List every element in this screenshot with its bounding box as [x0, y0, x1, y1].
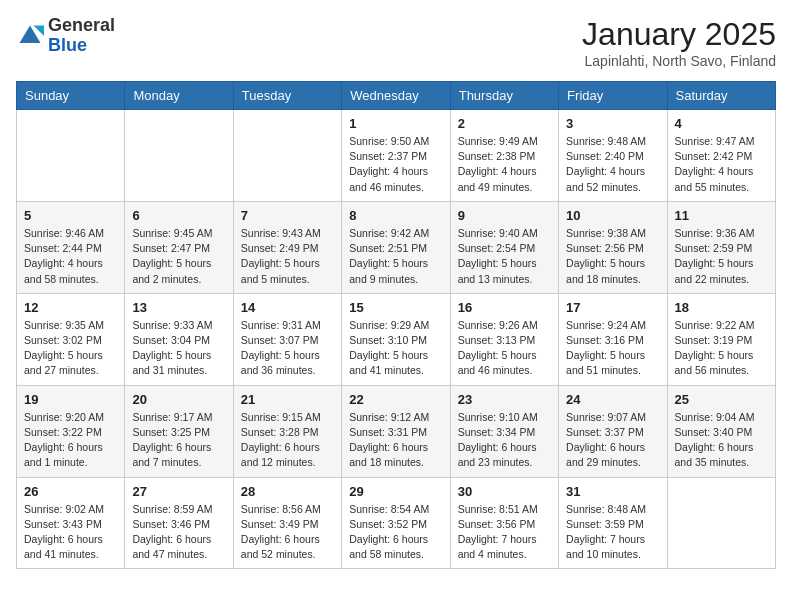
day-info: Sunrise: 9:47 AM Sunset: 2:42 PM Dayligh… — [675, 134, 768, 195]
calendar-cell: 15Sunrise: 9:29 AM Sunset: 3:10 PM Dayli… — [342, 293, 450, 385]
logo-icon — [16, 22, 44, 50]
day-info: Sunrise: 9:15 AM Sunset: 3:28 PM Dayligh… — [241, 410, 334, 471]
calendar-cell: 20Sunrise: 9:17 AM Sunset: 3:25 PM Dayli… — [125, 385, 233, 477]
day-number: 31 — [566, 484, 659, 499]
title-block: January 2025 Lapinlahti, North Savo, Fin… — [582, 16, 776, 69]
day-number: 22 — [349, 392, 442, 407]
day-info: Sunrise: 9:35 AM Sunset: 3:02 PM Dayligh… — [24, 318, 117, 379]
calendar-cell: 31Sunrise: 8:48 AM Sunset: 3:59 PM Dayli… — [559, 477, 667, 569]
calendar-cell: 8Sunrise: 9:42 AM Sunset: 2:51 PM Daylig… — [342, 201, 450, 293]
day-number: 2 — [458, 116, 551, 131]
day-number: 29 — [349, 484, 442, 499]
calendar-cell: 1Sunrise: 9:50 AM Sunset: 2:37 PM Daylig… — [342, 110, 450, 202]
calendar-cell: 14Sunrise: 9:31 AM Sunset: 3:07 PM Dayli… — [233, 293, 341, 385]
day-info: Sunrise: 9:40 AM Sunset: 2:54 PM Dayligh… — [458, 226, 551, 287]
calendar-cell — [17, 110, 125, 202]
day-info: Sunrise: 9:17 AM Sunset: 3:25 PM Dayligh… — [132, 410, 225, 471]
day-info: Sunrise: 9:48 AM Sunset: 2:40 PM Dayligh… — [566, 134, 659, 195]
weekday-header-cell: Wednesday — [342, 82, 450, 110]
day-info: Sunrise: 9:42 AM Sunset: 2:51 PM Dayligh… — [349, 226, 442, 287]
day-number: 20 — [132, 392, 225, 407]
day-info: Sunrise: 9:43 AM Sunset: 2:49 PM Dayligh… — [241, 226, 334, 287]
day-number: 28 — [241, 484, 334, 499]
day-number: 11 — [675, 208, 768, 223]
calendar-cell — [125, 110, 233, 202]
day-info: Sunrise: 9:02 AM Sunset: 3:43 PM Dayligh… — [24, 502, 117, 563]
weekday-header-cell: Friday — [559, 82, 667, 110]
day-info: Sunrise: 9:24 AM Sunset: 3:16 PM Dayligh… — [566, 318, 659, 379]
calendar-cell — [233, 110, 341, 202]
calendar-cell: 10Sunrise: 9:38 AM Sunset: 2:56 PM Dayli… — [559, 201, 667, 293]
calendar-cell: 4Sunrise: 9:47 AM Sunset: 2:42 PM Daylig… — [667, 110, 775, 202]
day-number: 7 — [241, 208, 334, 223]
day-number: 12 — [24, 300, 117, 315]
day-number: 24 — [566, 392, 659, 407]
day-number: 6 — [132, 208, 225, 223]
calendar-cell: 12Sunrise: 9:35 AM Sunset: 3:02 PM Dayli… — [17, 293, 125, 385]
calendar-body: 1Sunrise: 9:50 AM Sunset: 2:37 PM Daylig… — [17, 110, 776, 569]
calendar-cell: 26Sunrise: 9:02 AM Sunset: 3:43 PM Dayli… — [17, 477, 125, 569]
calendar-cell: 2Sunrise: 9:49 AM Sunset: 2:38 PM Daylig… — [450, 110, 558, 202]
day-number: 8 — [349, 208, 442, 223]
day-info: Sunrise: 9:45 AM Sunset: 2:47 PM Dayligh… — [132, 226, 225, 287]
calendar-cell: 5Sunrise: 9:46 AM Sunset: 2:44 PM Daylig… — [17, 201, 125, 293]
calendar-cell: 17Sunrise: 9:24 AM Sunset: 3:16 PM Dayli… — [559, 293, 667, 385]
calendar-cell: 11Sunrise: 9:36 AM Sunset: 2:59 PM Dayli… — [667, 201, 775, 293]
calendar-week-row: 12Sunrise: 9:35 AM Sunset: 3:02 PM Dayli… — [17, 293, 776, 385]
calendar-cell: 27Sunrise: 8:59 AM Sunset: 3:46 PM Dayli… — [125, 477, 233, 569]
calendar-cell: 18Sunrise: 9:22 AM Sunset: 3:19 PM Dayli… — [667, 293, 775, 385]
day-info: Sunrise: 9:46 AM Sunset: 2:44 PM Dayligh… — [24, 226, 117, 287]
calendar-cell: 21Sunrise: 9:15 AM Sunset: 3:28 PM Dayli… — [233, 385, 341, 477]
day-number: 16 — [458, 300, 551, 315]
calendar-cell: 22Sunrise: 9:12 AM Sunset: 3:31 PM Dayli… — [342, 385, 450, 477]
logo: General Blue — [16, 16, 115, 56]
day-number: 21 — [241, 392, 334, 407]
weekday-header-cell: Saturday — [667, 82, 775, 110]
calendar-cell: 7Sunrise: 9:43 AM Sunset: 2:49 PM Daylig… — [233, 201, 341, 293]
day-number: 23 — [458, 392, 551, 407]
day-number: 25 — [675, 392, 768, 407]
day-info: Sunrise: 9:04 AM Sunset: 3:40 PM Dayligh… — [675, 410, 768, 471]
day-info: Sunrise: 9:26 AM Sunset: 3:13 PM Dayligh… — [458, 318, 551, 379]
calendar-cell: 6Sunrise: 9:45 AM Sunset: 2:47 PM Daylig… — [125, 201, 233, 293]
day-number: 27 — [132, 484, 225, 499]
day-info: Sunrise: 9:31 AM Sunset: 3:07 PM Dayligh… — [241, 318, 334, 379]
day-info: Sunrise: 8:48 AM Sunset: 3:59 PM Dayligh… — [566, 502, 659, 563]
calendar-cell: 25Sunrise: 9:04 AM Sunset: 3:40 PM Dayli… — [667, 385, 775, 477]
month-title: January 2025 — [582, 16, 776, 53]
day-number: 14 — [241, 300, 334, 315]
calendar-cell: 23Sunrise: 9:10 AM Sunset: 3:34 PM Dayli… — [450, 385, 558, 477]
calendar-cell: 19Sunrise: 9:20 AM Sunset: 3:22 PM Dayli… — [17, 385, 125, 477]
weekday-header-cell: Thursday — [450, 82, 558, 110]
calendar-cell: 13Sunrise: 9:33 AM Sunset: 3:04 PM Dayli… — [125, 293, 233, 385]
calendar-cell: 30Sunrise: 8:51 AM Sunset: 3:56 PM Dayli… — [450, 477, 558, 569]
day-info: Sunrise: 9:36 AM Sunset: 2:59 PM Dayligh… — [675, 226, 768, 287]
weekday-header-cell: Sunday — [17, 82, 125, 110]
calendar-week-row: 26Sunrise: 9:02 AM Sunset: 3:43 PM Dayli… — [17, 477, 776, 569]
calendar-week-row: 19Sunrise: 9:20 AM Sunset: 3:22 PM Dayli… — [17, 385, 776, 477]
day-info: Sunrise: 9:49 AM Sunset: 2:38 PM Dayligh… — [458, 134, 551, 195]
calendar-cell: 16Sunrise: 9:26 AM Sunset: 3:13 PM Dayli… — [450, 293, 558, 385]
calendar-cell: 28Sunrise: 8:56 AM Sunset: 3:49 PM Dayli… — [233, 477, 341, 569]
day-info: Sunrise: 9:07 AM Sunset: 3:37 PM Dayligh… — [566, 410, 659, 471]
calendar-cell: 9Sunrise: 9:40 AM Sunset: 2:54 PM Daylig… — [450, 201, 558, 293]
day-info: Sunrise: 9:33 AM Sunset: 3:04 PM Dayligh… — [132, 318, 225, 379]
calendar-cell — [667, 477, 775, 569]
calendar-cell: 29Sunrise: 8:54 AM Sunset: 3:52 PM Dayli… — [342, 477, 450, 569]
day-info: Sunrise: 9:20 AM Sunset: 3:22 PM Dayligh… — [24, 410, 117, 471]
day-number: 19 — [24, 392, 117, 407]
weekday-header-row: SundayMondayTuesdayWednesdayThursdayFrid… — [17, 82, 776, 110]
calendar-table: SundayMondayTuesdayWednesdayThursdayFrid… — [16, 81, 776, 569]
day-number: 10 — [566, 208, 659, 223]
calendar-cell: 3Sunrise: 9:48 AM Sunset: 2:40 PM Daylig… — [559, 110, 667, 202]
day-info: Sunrise: 9:12 AM Sunset: 3:31 PM Dayligh… — [349, 410, 442, 471]
day-info: Sunrise: 9:22 AM Sunset: 3:19 PM Dayligh… — [675, 318, 768, 379]
logo-text: General Blue — [48, 16, 115, 56]
day-number: 9 — [458, 208, 551, 223]
day-number: 15 — [349, 300, 442, 315]
day-number: 5 — [24, 208, 117, 223]
day-number: 17 — [566, 300, 659, 315]
day-number: 13 — [132, 300, 225, 315]
day-info: Sunrise: 9:50 AM Sunset: 2:37 PM Dayligh… — [349, 134, 442, 195]
calendar-week-row: 5Sunrise: 9:46 AM Sunset: 2:44 PM Daylig… — [17, 201, 776, 293]
